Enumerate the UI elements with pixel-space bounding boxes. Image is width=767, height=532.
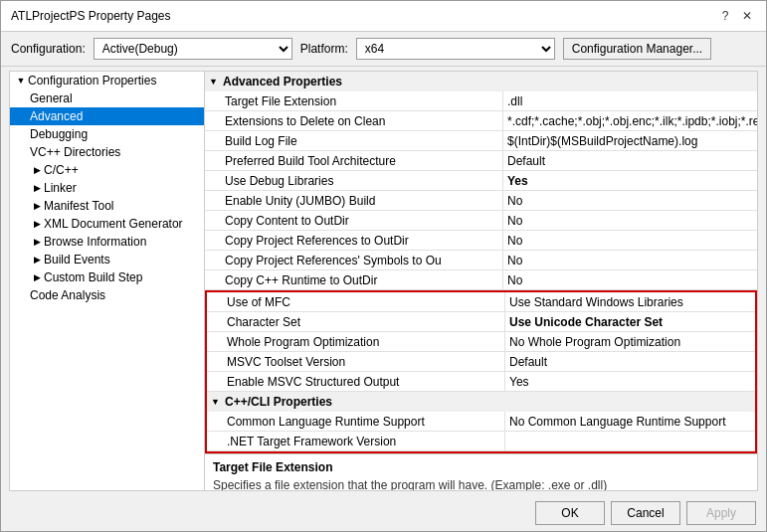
expand-arrow: ▶	[30, 237, 44, 247]
prop-value-whole-prog: No Whole Program Optimization	[505, 332, 755, 351]
sidebar-item-label: Code Analysis	[30, 288, 105, 302]
prop-value-char-set: Use Unicode Character Set	[505, 312, 755, 331]
prop-value-pref-build: Default	[503, 151, 757, 170]
sidebar-item-label: Custom Build Step	[44, 270, 142, 284]
table-row[interactable]: Use Debug Libraries Yes	[205, 171, 757, 191]
table-row[interactable]: Copy Content to OutDir No	[205, 211, 757, 231]
table-row[interactable]: Build Log File $(IntDir)$(MSBuildProject…	[205, 131, 757, 151]
dialog-title: ATLProjectPS Property Pages	[11, 9, 171, 23]
section-header-cli: ▼ C++/CLI Properties	[207, 392, 755, 412]
sidebar-item-label: Manifest Tool	[44, 199, 113, 213]
section-collapse-icon: ▼	[211, 397, 225, 407]
prop-name-ext-delete: Extensions to Delete on Clean	[205, 111, 503, 130]
prop-name-use-debug: Use Debug Libraries	[205, 171, 503, 190]
sidebar-item-label: VC++ Directories	[30, 145, 120, 159]
table-row[interactable]: Copy C++ Runtime to OutDir No	[205, 270, 757, 290]
sidebar-item-general[interactable]: General	[10, 89, 204, 107]
cancel-button[interactable]: Cancel	[611, 501, 680, 525]
prop-value-copy-syms: No	[503, 251, 757, 269]
sidebar-item-config-props[interactable]: ▼ Configuration Properties	[10, 72, 204, 89]
prop-name-copy-cpp-rt: Copy C++ Runtime to OutDir	[205, 270, 503, 289]
sidebar-item-debugging[interactable]: Debugging	[10, 125, 204, 143]
info-panel: Target File Extension Specifies a file e…	[205, 453, 757, 490]
sidebar-item-label: XML Document Generator	[44, 217, 183, 231]
info-title: Target File Extension	[213, 460, 749, 474]
table-row[interactable]: Character Set Use Unicode Character Set	[207, 312, 755, 332]
info-description: Specifies a file extension that the prog…	[213, 478, 749, 490]
config-label: Configuration:	[11, 42, 86, 56]
sidebar-item-xml-doc[interactable]: ▶ XML Document Generator	[10, 215, 204, 233]
main-content: ▼ Configuration Properties General Advan…	[9, 71, 758, 491]
config-bar: Configuration: Active(Debug) Platform: x…	[1, 32, 766, 67]
prop-value-copy-content: No	[503, 211, 757, 230]
prop-value-net-target	[505, 432, 755, 450]
sidebar-item-vc-dirs[interactable]: VC++ Directories	[10, 143, 204, 161]
prop-name-build-log: Build Log File	[205, 131, 503, 150]
ok-button[interactable]: OK	[535, 501, 605, 525]
table-row[interactable]: Copy Project References to OutDir No	[205, 231, 757, 251]
expand-arrow: ▶	[30, 183, 44, 193]
sidebar-item-cpp[interactable]: ▶ C/C++	[10, 161, 204, 179]
table-row[interactable]: Common Language Runtime Support No Commo…	[207, 412, 755, 432]
sidebar-item-label: C/C++	[44, 163, 79, 177]
section-collapse-icon: ▼	[209, 77, 223, 87]
apply-button[interactable]: Apply	[686, 501, 756, 525]
prop-value-copy-cpp-rt: No	[503, 270, 757, 289]
prop-name-clr: Common Language Runtime Support	[207, 412, 505, 431]
content-panel: ▼ Advanced Properties Target File Extens…	[205, 72, 757, 490]
prop-value-build-log: $(IntDir)$(MSBuildProjectName).log	[503, 131, 757, 150]
sidebar-item-browse-info[interactable]: ▶ Browse Information	[10, 233, 204, 251]
sidebar-item-build-events[interactable]: ▶ Build Events	[10, 251, 204, 268]
expand-arrow: ▶	[30, 272, 44, 282]
prop-value-msvc-toolset: Default	[505, 352, 755, 371]
prop-value-msvc-struct: Yes	[505, 372, 755, 391]
expand-arrow: ▶	[30, 219, 44, 229]
sidebar-item-manifest-tool[interactable]: ▶ Manifest Tool	[10, 197, 204, 215]
prop-name-copy-refs: Copy Project References to OutDir	[205, 231, 503, 250]
sidebar-item-label: Debugging	[30, 127, 88, 141]
expand-arrow: ▶	[30, 165, 44, 175]
table-row[interactable]: Enable Unity (JUMBO) Build No	[205, 191, 757, 211]
prop-name-net-target: .NET Target Framework Version	[207, 432, 505, 450]
sidebar-item-custom-build[interactable]: ▶ Custom Build Step	[10, 268, 204, 286]
prop-value-target-ext: .dll	[503, 91, 757, 110]
section-title: Advanced Properties	[223, 75, 342, 89]
expand-arrow: ▶	[30, 255, 44, 265]
prop-name-copy-content: Copy Content to OutDir	[205, 211, 503, 230]
sidebar-item-label: Browse Information	[44, 235, 146, 249]
prop-name-target-ext: Target File Extension	[205, 91, 503, 110]
table-row[interactable]: Target File Extension .dll	[205, 91, 757, 111]
sidebar-item-label: General	[30, 91, 73, 105]
table-row[interactable]: Whole Program Optimization No Whole Prog…	[207, 332, 755, 352]
table-row[interactable]: Extensions to Delete on Clean *.cdf;*.ca…	[205, 111, 757, 131]
prop-name-msvc-toolset: MSVC Toolset Version	[207, 352, 505, 371]
prop-name-pref-build: Preferred Build Tool Architecture	[205, 151, 503, 170]
help-button[interactable]: ?	[716, 7, 734, 25]
sidebar-item-linker[interactable]: ▶ Linker	[10, 179, 204, 197]
configuration-select[interactable]: Active(Debug)	[94, 38, 292, 60]
sidebar-item-advanced[interactable]: Advanced	[10, 107, 204, 125]
prop-name-copy-syms: Copy Project References' Symbols to Ou	[205, 251, 503, 269]
prop-name-use-mfc: Use of MFC	[207, 292, 505, 311]
sidebar-item-code-analysis[interactable]: Code Analysis	[10, 286, 204, 304]
table-row[interactable]: Use of MFC Use Standard Windows Librarie…	[207, 292, 755, 312]
section-title: C++/CLI Properties	[225, 395, 332, 409]
prop-name-whole-prog: Whole Program Optimization	[207, 332, 505, 351]
prop-value-unity: No	[503, 191, 757, 210]
config-manager-button[interactable]: Configuration Manager...	[563, 38, 711, 60]
sidebar-item-label: Linker	[44, 181, 77, 195]
close-button[interactable]: ✕	[738, 7, 756, 25]
table-row[interactable]: Enable MSVC Structured Output Yes	[207, 372, 755, 392]
table-row[interactable]: .NET Target Framework Version	[207, 432, 755, 451]
prop-value-use-mfc: Use Standard Windows Libraries	[505, 292, 755, 311]
table-row[interactable]: Copy Project References' Symbols to Ou N…	[205, 251, 757, 270]
prop-name-unity: Enable Unity (JUMBO) Build	[205, 191, 503, 210]
collapse-arrow: ▼	[14, 76, 28, 86]
prop-value-clr: No Common Language Runtime Support	[505, 412, 755, 431]
prop-name-char-set: Character Set	[207, 312, 505, 331]
table-row[interactable]: Preferred Build Tool Architecture Defaul…	[205, 151, 757, 171]
properties-table: ▼ Advanced Properties Target File Extens…	[205, 72, 757, 490]
title-bar: ATLProjectPS Property Pages ? ✕	[1, 1, 766, 32]
platform-select[interactable]: x64	[356, 38, 555, 60]
table-row[interactable]: MSVC Toolset Version Default	[207, 352, 755, 372]
